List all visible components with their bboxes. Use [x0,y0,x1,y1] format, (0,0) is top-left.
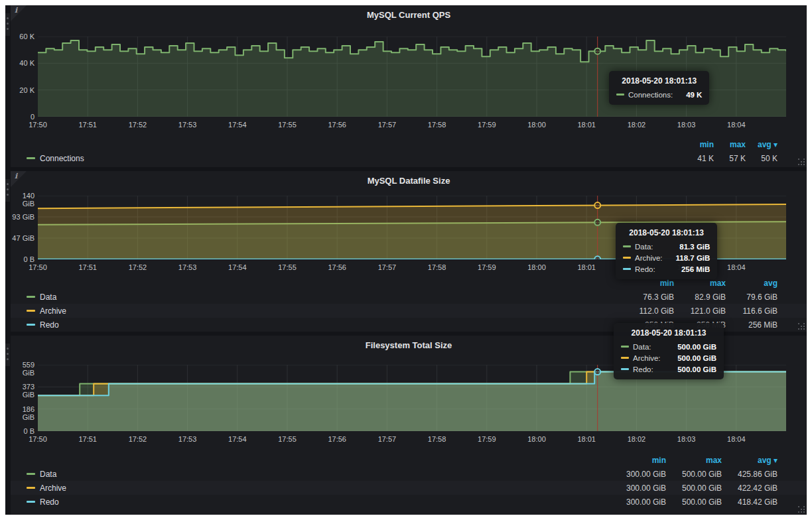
panel-legend: minmaxavg ▾Data300.00 GiB500.00 GiB425.8… [11,453,807,509]
legend-series-name: Archive [40,484,66,493]
tooltip-series-label: Data: [633,343,651,351]
x-axis-label: 17:59 [472,435,502,443]
x-axis-label: 17:56 [322,435,352,443]
y-axis-label: 186 GiB [11,405,34,421]
tooltip-series-value: 256 MiB [672,265,710,273]
x-axis-label: 17:50 [23,263,52,271]
tooltip-series-value: 500.00 GiB [668,365,716,373]
legend-header-avg[interactable]: avg ▾ [722,456,778,465]
series-color-dash [27,501,35,503]
x-axis-label: 18:04 [722,263,751,271]
x-axis-label: 18:02 [622,435,651,443]
y-axis-label: 559 GiB [11,361,34,377]
legend-stat-value: 256 MiB [726,320,778,330]
x-axis-label: 18:01 [572,263,601,271]
x-axis-label: 17:52 [123,263,152,271]
panel-legend: minmaxavg ▾Connections41 K57 K50 K [11,137,807,165]
tooltip-timestamp: 2018-05-20 18:01:13 [616,76,702,86]
grip-dots-icon [7,17,9,19]
row-drag-handle[interactable] [5,179,10,202]
legend-stat-value: 116.6 GiB [726,306,778,316]
x-axis-label: 17:54 [223,263,252,271]
legend-series-name: Redo [40,320,59,330]
legend-series-name: Redo [40,497,59,507]
series-fill-Redo [38,372,786,431]
chart-tooltip-datafile: 2018-05-20 18:01:13 Data: 81.3 GiB Archi… [616,223,717,279]
tooltip-timestamp: 2018-05-20 18:01:13 [623,228,710,237]
x-axis-label: 17:56 [322,263,352,271]
legend-header-max[interactable]: max [714,140,746,149]
x-axis-label: 17:59 [472,263,502,271]
row-drag-handle[interactable] [5,344,10,366]
chart-tooltip-qps: 2018-05-20 18:01:13 Connections: 49 K [609,71,709,105]
legend-stat-value: 500.00 GiB [666,497,722,507]
y-axis-label: 373 GiB [11,383,34,399]
legend-stat-value: 425.86 GiB [722,470,778,479]
hover-point-marker [594,48,600,54]
tooltip-timestamp: 2018-05-20 18:01:13 [621,328,716,338]
x-axis-label: 17:57 [372,121,401,129]
series-color-dash [623,245,631,247]
x-axis-label: 17:58 [423,121,452,129]
legend-stat-value: 300.00 GiB [610,497,666,507]
legend-header-min[interactable]: min [610,456,666,465]
legend-row-Data: Data300.00 GiB500.00 GiB425.86 GiB [11,467,807,481]
tooltip-series-label: Redo: [633,365,653,373]
legend-series-toggle-Redo[interactable]: Redo [27,497,610,507]
legend-row-Archive: Archive112.0 GiB121.0 GiB116.6 GiB [11,304,807,318]
tooltip-series-value: 49 K [677,91,702,99]
legend-stat-value: 500.00 GiB [666,470,722,479]
x-axis-label: 17:52 [123,435,152,443]
legend-series-toggle-Redo[interactable]: Redo [27,320,622,330]
panel-title[interactable]: MySQL Datafile Size [11,176,807,186]
legend-row-Connections: Connections41 K57 K50 K [11,151,807,165]
legend-stat-value: 422.42 GiB [722,484,778,493]
tooltip-series-row: Data: 500.00 GiB [621,341,716,352]
legend-header-min[interactable]: min [622,279,674,288]
legend-header-avg[interactable]: avg [726,279,778,288]
x-axis-label: 17:59 [472,121,502,129]
legend-series-name: Data [40,292,56,302]
legend-stat-value: 50 K [746,154,778,163]
row-drag-handle[interactable] [5,13,10,36]
tooltip-series-label: Archive: [635,254,663,262]
x-axis-label: 18:00 [522,435,551,443]
legend-series-toggle-Archive[interactable]: Archive [27,484,610,493]
x-axis-label: 17:51 [73,263,102,271]
legend-header-max[interactable]: max [674,279,726,288]
legend-series-name: Data [40,470,56,479]
legend-stat-value: 500.00 GiB [666,484,722,493]
series-color-dash [27,296,35,298]
y-axis-label: 0 B [11,255,34,263]
legend-series-toggle-Connections[interactable]: Connections [27,154,682,163]
tooltip-series-label: Redo: [635,265,655,273]
tooltip-series-row: Archive: 500.00 GiB [621,352,716,363]
legend-header-min[interactable]: min [682,140,714,149]
tooltip-series-value: 500.00 GiB [668,343,716,351]
panel-title[interactable]: MySQL Current QPS [11,10,807,20]
legend-row-Data: Data76.3 GiB82.9 GiB79.6 GiB [11,290,807,304]
x-axis-label: 17:54 [223,435,252,443]
legend-header-avg[interactable]: avg ▾ [746,140,778,149]
y-axis-label: 140 GiB [11,192,34,208]
legend-series-toggle-Archive[interactable]: Archive [27,306,622,316]
x-axis-label: 17:57 [372,435,401,443]
legend-series-name: Connections [40,154,84,163]
x-axis-label: 18:03 [672,435,701,443]
legend-series-toggle-Data[interactable]: Data [27,470,610,479]
legend-row-Archive: Archive300.00 GiB500.00 GiB422.42 GiB [11,481,807,495]
legend-series-toggle-Data[interactable]: Data [27,292,622,302]
legend-header-max[interactable]: max [666,456,722,465]
legend-stat-value: 82.9 GiB [674,292,726,302]
legend-stat-value: 300.00 GiB [610,470,666,479]
legend-header-row: minmaxavg ▾ [11,137,807,151]
tooltip-series-value: 118.7 GiB [667,254,710,262]
hover-point-marker [594,256,600,259]
series-color-dash [27,157,35,159]
tooltip-series-value: 81.3 GiB [670,243,710,251]
hover-point-marker [594,202,600,208]
y-axis-label: 47 GiB [11,234,34,242]
legend-row-Redo: Redo300.00 GiB500.00 GiB418.42 GiB [11,495,807,509]
series-color-dash [27,487,35,489]
legend-stat-value: 418.42 GiB [722,497,778,507]
